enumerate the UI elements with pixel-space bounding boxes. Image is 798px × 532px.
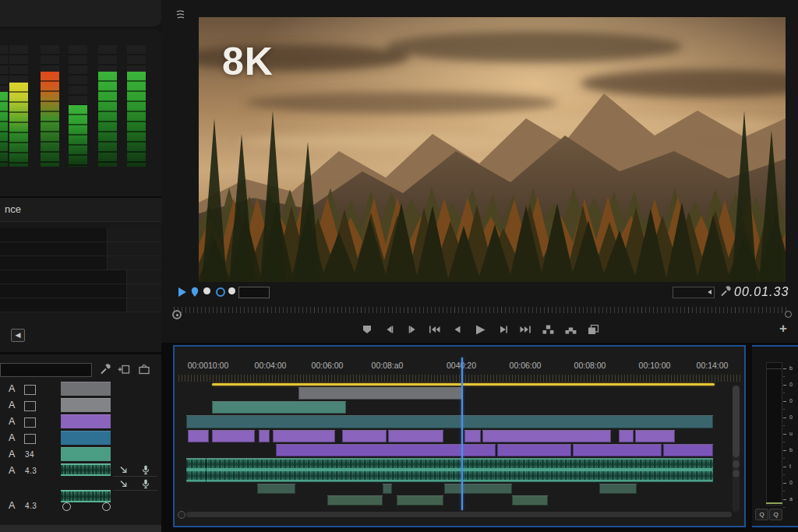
track-checkbox[interactable] bbox=[24, 401, 36, 411]
meter-tick bbox=[783, 409, 785, 410]
monitor-icon[interactable] bbox=[137, 363, 151, 377]
meter-tick bbox=[783, 417, 786, 418]
dot-icon[interactable] bbox=[228, 287, 235, 294]
track-search-input[interactable] bbox=[0, 363, 92, 377]
vertical-scrollbar[interactable] bbox=[733, 386, 740, 512]
go-to-out-icon[interactable] bbox=[518, 324, 532, 336]
timeline-ruler[interactable]: 00:0010:0000:04:0000:06:0000:08:a00040:2… bbox=[175, 361, 744, 372]
step-back-icon[interactable] bbox=[450, 324, 464, 336]
video-editor-app: nce ◀ AAAAA34A4.3A4.3 bbox=[0, 0, 798, 532]
timeline-clip[interactable] bbox=[212, 430, 255, 442]
track-waveform-thumbnail[interactable] bbox=[61, 463, 111, 476]
track-color-swatch[interactable] bbox=[61, 447, 111, 461]
timeline-clip[interactable] bbox=[259, 430, 270, 442]
marker-icon[interactable] bbox=[360, 324, 374, 336]
horizontal-scrollbar[interactable] bbox=[186, 512, 732, 517]
timeline-clip[interactable] bbox=[573, 444, 662, 456]
timeline-clip[interactable] bbox=[212, 401, 346, 414]
track-checkbox[interactable] bbox=[24, 434, 36, 444]
timeline-clip[interactable] bbox=[397, 495, 443, 506]
timeline-clip[interactable] bbox=[276, 444, 496, 456]
play-icon[interactable] bbox=[178, 287, 186, 297]
timeline-clip[interactable] bbox=[663, 444, 713, 456]
work-area-bar[interactable] bbox=[212, 383, 715, 386]
list-item[interactable] bbox=[0, 270, 161, 284]
timeline-clip[interactable] bbox=[444, 484, 512, 494]
timeline-clip[interactable] bbox=[186, 458, 713, 482]
extract-icon[interactable] bbox=[563, 324, 577, 336]
track-knob[interactable] bbox=[62, 502, 71, 511]
timeline-clip[interactable] bbox=[273, 430, 335, 442]
panel-options-icon[interactable] bbox=[175, 9, 186, 22]
resolution-overlay-label: 8K bbox=[222, 39, 274, 84]
microphone-icon[interactable] bbox=[140, 478, 151, 489]
add-button[interactable]: + bbox=[779, 321, 787, 336]
timeline-clip[interactable] bbox=[257, 484, 295, 494]
lift-icon[interactable] bbox=[541, 324, 555, 336]
scrubber-knob[interactable] bbox=[172, 310, 182, 319]
timeline-clip[interactable] bbox=[599, 484, 637, 494]
playhead[interactable] bbox=[461, 358, 463, 510]
timeline-clip[interactable] bbox=[327, 495, 383, 506]
waveform bbox=[186, 470, 713, 481]
timeline-clip[interactable] bbox=[388, 430, 443, 442]
wrench-icon[interactable] bbox=[99, 363, 113, 377]
go-to-in-icon[interactable] bbox=[428, 324, 442, 336]
microphone-icon[interactable] bbox=[140, 464, 151, 475]
zoom-level-dropdown[interactable] bbox=[673, 287, 715, 298]
track-color-swatch[interactable] bbox=[61, 431, 111, 445]
hscroll-knob[interactable] bbox=[178, 511, 185, 519]
meter-tick bbox=[783, 507, 785, 508]
timeline-clip[interactable] bbox=[497, 444, 571, 456]
list-item[interactable] bbox=[0, 298, 161, 312]
wrench-icon[interactable] bbox=[719, 285, 733, 299]
monitor-field[interactable] bbox=[238, 287, 270, 298]
insert-icon[interactable] bbox=[117, 363, 131, 377]
track-color-swatch[interactable] bbox=[61, 398, 111, 412]
monitor-scrubber[interactable] bbox=[174, 307, 789, 313]
meter-tick bbox=[783, 474, 785, 475]
scrollbar-knob[interactable] bbox=[733, 470, 740, 477]
list-item[interactable] bbox=[0, 228, 161, 242]
list-item[interactable] bbox=[0, 256, 161, 270]
pin-marker-icon[interactable] bbox=[190, 286, 200, 298]
track-checkbox[interactable] bbox=[24, 417, 36, 428]
audio-meter-scale: b000ubt0a bbox=[783, 362, 797, 504]
meter-tick bbox=[783, 425, 785, 426]
timeline-clip[interactable] bbox=[342, 430, 387, 442]
timeline-clip[interactable] bbox=[186, 415, 713, 428]
waveform bbox=[186, 459, 713, 469]
track-color-swatch[interactable] bbox=[61, 382, 111, 396]
list-item[interactable] bbox=[0, 284, 161, 298]
track-checkbox[interactable] bbox=[24, 385, 36, 395]
track-knob[interactable] bbox=[102, 502, 111, 511]
timeline-clip[interactable] bbox=[635, 430, 675, 442]
track-label: A bbox=[9, 400, 15, 410]
keyframe-icon[interactable] bbox=[118, 478, 129, 489]
timeline-clip[interactable] bbox=[188, 430, 209, 442]
keyframe-icon[interactable] bbox=[118, 464, 129, 475]
timeline-clip[interactable] bbox=[298, 387, 463, 400]
vertical-scrollbar-thumb[interactable] bbox=[733, 386, 740, 457]
timeline-clip[interactable] bbox=[383, 484, 392, 494]
list-item[interactable] bbox=[0, 242, 161, 256]
meter-button[interactable]: Q bbox=[769, 509, 782, 520]
timeline-clip[interactable] bbox=[619, 430, 634, 442]
timeline-clip[interactable] bbox=[464, 430, 481, 442]
track-color-swatch[interactable] bbox=[61, 414, 111, 428]
scrollbar-knob[interactable] bbox=[733, 460, 740, 468]
export-frame-icon[interactable] bbox=[586, 324, 600, 336]
mark-out-icon[interactable] bbox=[405, 324, 419, 336]
play-icon[interactable] bbox=[473, 324, 487, 336]
list-item-cell bbox=[0, 256, 108, 270]
track-label: A bbox=[9, 383, 15, 394]
ring-icon[interactable] bbox=[216, 287, 225, 297]
meter-button[interactable]: Q bbox=[755, 509, 768, 520]
timeline-clip[interactable] bbox=[512, 495, 548, 506]
panel-arrow-icon[interactable]: ◀ bbox=[11, 329, 25, 342]
dot-icon[interactable] bbox=[203, 287, 210, 294]
mark-in-icon[interactable] bbox=[383, 324, 397, 336]
step-forward-icon[interactable] bbox=[496, 324, 510, 336]
timeline-clip[interactable] bbox=[482, 430, 611, 442]
track-label: A bbox=[9, 449, 15, 460]
